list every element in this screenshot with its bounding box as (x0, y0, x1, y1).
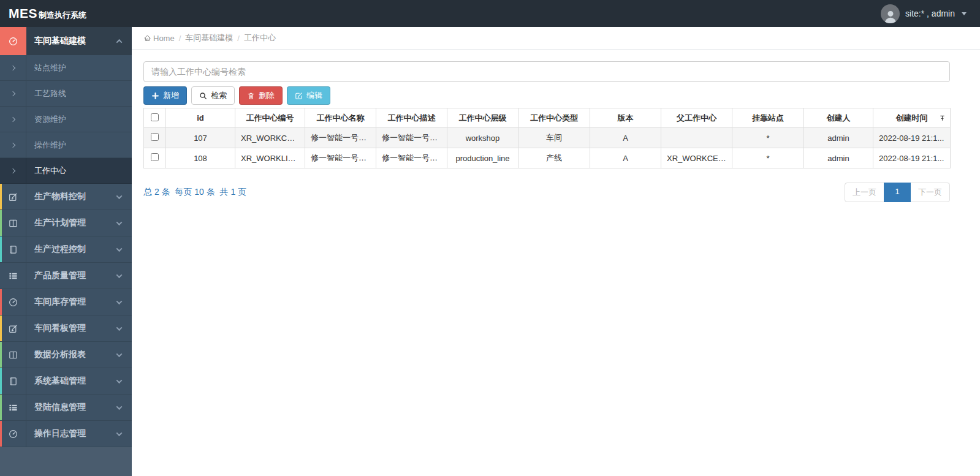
sidebar-subitem-station-maintenance[interactable]: 站点维护 (0, 55, 132, 81)
row-checkbox[interactable] (151, 153, 159, 161)
work-center-table: id 工作中心编号 工作中心名称 工作中心描述 工作中心层级 工作中心类型 版本… (143, 108, 951, 168)
col-header-created: 创建时间 (873, 108, 951, 128)
trash-icon (247, 92, 255, 100)
top-bar: MES 制造执行系统 site:* , admin (0, 0, 980, 27)
sidebar-item-system-basic-management[interactable]: 系统基础管理 (0, 368, 132, 395)
toolbar: 新增 检索 删除 编辑 (143, 86, 950, 105)
cell-name: 修一智能一号S... (305, 148, 376, 168)
chevron-down-icon (117, 236, 132, 262)
edit-icon (295, 92, 303, 100)
sidebar-group-workshop-basic-modeling[interactable]: 车间基础建模 (0, 27, 132, 55)
breadcrumb-separator: / (237, 34, 240, 43)
user-menu[interactable]: site:* , admin (881, 4, 967, 23)
cell-parent (661, 128, 732, 148)
col-header-type: 工作中心类型 (518, 108, 590, 128)
cell-creator: admin (804, 148, 873, 168)
sidebar-item-production-process-control[interactable]: 生产过程控制 (0, 236, 132, 263)
person-icon (883, 9, 898, 23)
tachometer-icon (9, 429, 18, 439)
app-logo: MES 制造执行系统 (9, 6, 86, 21)
sidebar-item-login-info-management[interactable]: 登陆信息管理 (0, 395, 132, 421)
pagination-per-page: 每页 10 条 (175, 187, 215, 197)
chevron-down-icon (117, 289, 132, 315)
breadcrumb-level1[interactable]: 车间基础建模 (185, 32, 233, 43)
cell-id: 108 (166, 148, 235, 168)
sidebar-item-production-material-control[interactable]: 生产物料控制 (0, 184, 132, 210)
cell-creator: admin (804, 128, 873, 148)
th-list-icon (9, 271, 18, 281)
pagination: 总 2 条 每页 10 条 共 1 页 上一页 1 下一页 (143, 183, 950, 202)
user-label: site:* , admin (905, 9, 955, 18)
sidebar-subitem-operation-maintenance[interactable]: 操作维护 (0, 132, 132, 158)
sidebar-subitem-process-route[interactable]: 工艺路线 (0, 81, 132, 107)
pagination-summary: 总 2 条 每页 10 条 共 1 页 (143, 187, 246, 198)
page-1-button[interactable]: 1 (884, 183, 911, 202)
chevron-right-icon (10, 168, 15, 173)
main-content: 新增 检索 删除 编辑 (132, 50, 980, 476)
col-header-name: 工作中心名称 (305, 108, 376, 128)
sidebar-item-product-quality-management[interactable]: 产品质量管理 (0, 263, 132, 289)
breadcrumb-home[interactable]: Home (143, 34, 175, 43)
pager: 上一页 1 下一页 (845, 183, 950, 202)
user-avatar (881, 4, 900, 23)
cell-name: 修一智能一号车间 (305, 128, 376, 148)
sidebar-item-operation-log-management[interactable]: 操作日志管理 (0, 421, 132, 447)
chevron-down-icon (117, 184, 132, 210)
cell-level: production_line (447, 148, 518, 168)
chevron-right-icon (10, 116, 15, 121)
cell-id: 107 (166, 128, 235, 148)
breadcrumb: Home / 车间基础建模 / 工作中心 (132, 27, 980, 50)
sidebar-subitem-work-center[interactable]: 工作中心 (0, 158, 132, 184)
columns-icon (9, 219, 18, 228)
search-button[interactable]: 检索 (191, 86, 235, 105)
cell-parent: XR_WORKCEN... (661, 148, 732, 168)
col-header-level: 工作中心层级 (447, 108, 518, 128)
col-header-version: 版本 (590, 108, 661, 128)
sidebar-item-production-plan-management[interactable]: 生产计划管理 (0, 210, 132, 236)
col-header-station: 挂靠站点 (732, 108, 804, 128)
pagination-page-count: 共 1 页 (220, 187, 247, 197)
edit-button[interactable]: 编辑 (287, 86, 330, 105)
cell-type: 车间 (518, 128, 590, 148)
cell-version: A (590, 128, 661, 148)
chevron-down-icon (117, 421, 132, 447)
chevron-down-icon (117, 315, 132, 341)
sidebar-item-data-analysis-report[interactable]: 数据分析报表 (0, 342, 132, 368)
book-icon (9, 377, 18, 386)
cell-created: 2022-08-19 21:1... (873, 128, 951, 148)
chevron-right-icon (10, 142, 15, 147)
cell-desc: 修一智能一号S... (376, 148, 447, 168)
breadcrumb-separator: / (179, 34, 181, 43)
search-input[interactable] (143, 61, 950, 82)
sidebar-subitem-resource-maintenance[interactable]: 资源维护 (0, 107, 132, 132)
pagination-total: 总 2 条 (143, 187, 170, 197)
th-list-icon (9, 403, 18, 412)
cell-station: * (732, 148, 804, 168)
row-checkbox[interactable] (151, 133, 159, 141)
col-header-id: id (166, 108, 235, 128)
pencil-square-icon (9, 324, 18, 333)
select-all-checkbox[interactable] (151, 113, 159, 121)
table-row[interactable]: 107 XR_WORKCEN... 修一智能一号车间 修一智能一号车间 work… (144, 128, 951, 148)
sidebar-group-label: 车间基础建模 (26, 27, 117, 55)
next-page-button[interactable]: 下一页 (910, 183, 950, 202)
chevron-right-icon (10, 65, 15, 70)
cell-level: workshop (447, 128, 518, 148)
chevron-down-icon (117, 342, 132, 368)
chevron-down-icon (117, 395, 132, 420)
delete-button[interactable]: 删除 (239, 86, 283, 105)
caret-down-icon (962, 12, 967, 15)
col-header-creator: 创建人 (804, 108, 873, 128)
add-button[interactable]: 新增 (143, 86, 187, 105)
sidebar-item-workshop-kanban-management[interactable]: 车间看板管理 (0, 315, 132, 342)
sidebar-item-workshop-inventory-management[interactable]: 车间库存管理 (0, 289, 132, 315)
cell-type: 产线 (518, 148, 590, 168)
cell-desc: 修一智能一号车间 (376, 128, 447, 148)
cell-code: XR_WORKLINE... (235, 148, 305, 168)
breadcrumb-current: 工作中心 (244, 32, 276, 43)
table-row[interactable]: 108 XR_WORKLINE... 修一智能一号S... 修一智能一号S...… (144, 148, 951, 168)
pin-icon[interactable] (939, 115, 946, 121)
brand-suffix: 制造执行系统 (39, 10, 86, 21)
prev-page-button[interactable]: 上一页 (845, 183, 884, 202)
sidebar: 车间基础建模 站点维护 工艺路线 资源维护 操作维护 工作中心 生产物料控制 生… (0, 27, 132, 476)
